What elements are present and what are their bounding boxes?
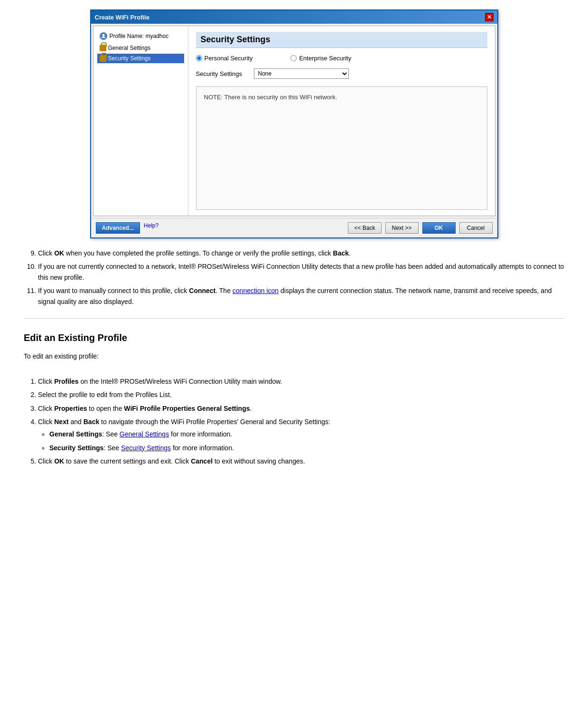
security-settings-link[interactable]: Security Settings — [121, 444, 171, 452]
sidebar-item-security[interactable]: Security Settings — [97, 54, 184, 63]
security-settings-field-label: Security Settings — [196, 70, 248, 77]
edit-step4-back-bold: Back — [84, 418, 99, 426]
close-button[interactable]: ✕ — [485, 13, 494, 21]
security-settings-sub-bold: Security Settings — [49, 444, 103, 452]
footer-right: << Back Next >> OK Cancel — [348, 222, 492, 234]
personal-security-label: Personal Security — [205, 55, 253, 62]
edit-step-4: Click Next and Back to navigate through … — [38, 417, 564, 453]
edit-step1-profiles-bold: Profiles — [54, 378, 78, 385]
edit-step4-security-sub: Security Settings: See Security Settings… — [49, 443, 564, 453]
edit-step5-cancel-bold: Cancel — [191, 457, 213, 465]
lock-icon-security — [100, 55, 106, 62]
general-settings-link[interactable]: General Settings — [120, 430, 169, 438]
general-settings-sub-bold: General Settings — [49, 430, 102, 438]
edit-steps-list: Click Profiles on the Intel® PROSet/Wire… — [24, 376, 564, 467]
profile-name-label: Profile Name: myadhoc — [110, 33, 169, 39]
note-box: NOTE: There is no security on this WiFi … — [196, 86, 487, 210]
dialog-title: Create WiFi Profile — [95, 14, 149, 21]
step-9: Click OK when you have completed the pro… — [38, 248, 564, 258]
enterprise-security-label: Enterprise Security — [299, 55, 351, 62]
dialog-wrapper: Create WiFi Profile ✕ Profile Name: myad… — [9, 9, 579, 238]
edit-step-3: Click Properties to open the WiFi Profil… — [38, 403, 564, 414]
settings-row: Security Settings None WEP WPA Personal … — [196, 68, 487, 79]
enterprise-security-option[interactable]: Enterprise Security — [290, 55, 351, 62]
edit-step3-properties-bold: Properties — [54, 405, 87, 412]
connection-icon-link[interactable]: connection icon — [233, 287, 279, 294]
enterprise-security-radio[interactable] — [290, 55, 297, 61]
instruction-list: Click OK when you have completed the pro… — [24, 248, 564, 307]
footer-left: Advanced... Help? — [96, 222, 345, 234]
step-10: If you are not currently connected to a … — [38, 261, 564, 283]
note-text: NOTE: There is no security on this WiFi … — [204, 94, 337, 101]
help-link[interactable]: Help? — [144, 222, 159, 234]
profile-icon — [100, 32, 107, 40]
right-panel: Security Settings Personal Security Ente… — [188, 26, 495, 216]
back-button[interactable]: << Back — [348, 222, 381, 234]
instructions-section: Click OK when you have completed the pro… — [9, 248, 579, 466]
edit-step4-sublist: General Settings: See General Settings f… — [38, 429, 564, 453]
edit-step5-ok-bold: OK — [54, 457, 64, 465]
left-panel: Profile Name: myadhoc General Settings S… — [93, 26, 188, 216]
profile-name-item: Profile Name: myadhoc — [97, 31, 184, 41]
step11-connect-bold: Connect — [189, 287, 215, 294]
edit-step4-next-bold: Next — [54, 418, 68, 426]
edit-intro: To edit an existing profile: — [24, 351, 564, 361]
personal-security-option[interactable]: Personal Security — [196, 55, 253, 62]
personal-security-radio[interactable] — [196, 55, 202, 61]
next-button[interactable]: Next >> — [385, 222, 419, 234]
section-divider — [24, 318, 564, 319]
edit-step4-general-sub: General Settings: See General Settings f… — [49, 429, 564, 439]
cancel-button[interactable]: Cancel — [459, 222, 493, 234]
step10-text: If you are not currently connected to a … — [38, 263, 564, 281]
radio-row: Personal Security Enterprise Security — [196, 55, 487, 62]
sidebar-item-general[interactable]: General Settings — [97, 43, 184, 53]
step9-ok-bold: OK — [54, 249, 64, 257]
dialog-titlebar: Create WiFi Profile ✕ — [91, 10, 497, 24]
step9-back-bold: Back — [333, 249, 349, 257]
edit-step3-general-bold: WiFi Profile Properties General Settings — [124, 405, 250, 412]
dialog-body: Profile Name: myadhoc General Settings S… — [93, 26, 495, 216]
security-settings-label: Security Settings — [108, 55, 151, 62]
edit-section-heading: Edit an Existing Profile — [24, 330, 564, 345]
edit-step-2: Select the profile to edit from the Prof… — [38, 389, 564, 400]
lock-icon-general — [100, 45, 106, 51]
edit-step-1: Click Profiles on the Intel® PROSet/Wire… — [38, 376, 564, 387]
create-wifi-dialog: Create WiFi Profile ✕ Profile Name: myad… — [90, 9, 498, 238]
ok-button[interactable]: OK — [422, 222, 456, 234]
svg-point-0 — [102, 34, 104, 37]
general-settings-label: General Settings — [108, 45, 150, 51]
panel-title: Security Settings — [196, 32, 487, 48]
edit-step-5: Click OK to save the current settings an… — [38, 456, 564, 466]
step-11: If you want to manually connect to this … — [38, 285, 564, 307]
dialog-footer: Advanced... Help? << Back Next >> OK Can… — [91, 218, 497, 237]
security-settings-select[interactable]: None WEP WPA Personal WPA2 Personal — [254, 68, 349, 79]
advanced-button[interactable]: Advanced... — [96, 222, 140, 234]
